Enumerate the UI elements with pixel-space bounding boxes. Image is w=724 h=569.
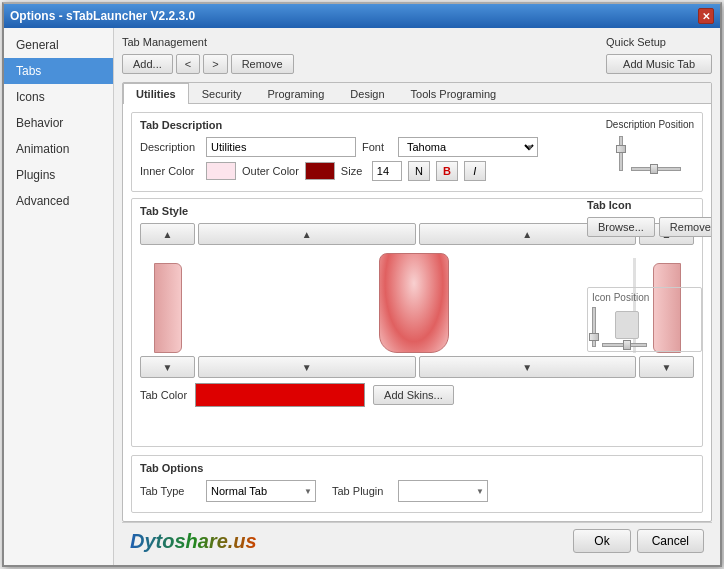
italic-format-button[interactable]: I — [464, 161, 486, 181]
add-skins-button[interactable]: Add Skins... — [373, 385, 454, 405]
tab-options-row: Tab Type Normal Tab Music Tab Browser Ta… — [140, 480, 694, 502]
close-button[interactable]: ✕ — [698, 8, 714, 24]
sidebar-item-plugins[interactable]: Plugins — [4, 162, 113, 188]
tab-plugin-select-wrapper — [398, 480, 488, 502]
desc-position-label: Description Position — [606, 119, 694, 130]
cancel-button[interactable]: Cancel — [637, 529, 704, 553]
arrow-down-4[interactable]: ▼ — [639, 356, 694, 378]
sidebar-item-animation[interactable]: Animation — [4, 136, 113, 162]
icon-thumbnail — [615, 311, 639, 339]
add-music-tab-button[interactable]: Add Music Tab — [606, 54, 712, 74]
window-body: General Tabs Icons Behavior Animation Pl… — [4, 28, 720, 565]
icon-position-label: Icon Position — [592, 292, 697, 303]
next-button[interactable]: > — [203, 54, 227, 74]
tab-icon-panel: Tab Icon Browse... Remove Icon Position — [587, 199, 702, 352]
description-label: Description — [140, 141, 200, 153]
tab-plugin-label: Tab Plugin — [332, 485, 392, 497]
tab-type-label: Tab Type — [140, 485, 200, 497]
tab-programing[interactable]: Programing — [254, 83, 337, 104]
main-window: Options - sTabLauncher V2.2.3.0 ✕ Genera… — [2, 2, 722, 567]
title-bar: Options - sTabLauncher V2.2.3.0 ✕ — [4, 4, 720, 28]
arrow-up-2[interactable]: ▲ — [198, 223, 416, 245]
arrow-up-1[interactable]: ▲ — [140, 223, 195, 245]
tab-utilities[interactable]: Utilities — [123, 83, 189, 104]
inner-color-picker[interactable] — [206, 162, 236, 180]
tab-style-thumb-1 — [154, 263, 182, 353]
normal-format-button[interactable]: N — [408, 161, 430, 181]
font-label: Font — [362, 141, 392, 153]
tab-icon-title: Tab Icon — [587, 199, 702, 211]
tab-management-label: Tab Management — [122, 36, 294, 48]
outer-color-picker[interactable] — [305, 162, 335, 180]
sidebar-item-advanced[interactable]: Advanced — [4, 188, 113, 214]
outer-color-label: Outer Color — [242, 165, 299, 177]
tab-color-row: Tab Color Add Skins... — [140, 383, 694, 407]
quick-setup: Quick Setup Add Music Tab — [606, 36, 712, 74]
sidebar-item-general[interactable]: General — [4, 32, 113, 58]
horizontal-position-slider[interactable] — [631, 149, 681, 171]
size-input[interactable] — [372, 161, 402, 181]
tab-style-section: Tab Style ▲ ▲ ▲ ▲ — [131, 198, 703, 447]
remove-icon-button[interactable]: Remove — [659, 217, 711, 237]
preview-col-2 — [198, 248, 629, 353]
tab-plugin-select[interactable] — [398, 480, 488, 502]
tab-color-picker[interactable] — [195, 383, 365, 407]
arrow-down-1[interactable]: ▼ — [140, 356, 195, 378]
bottom-bar: Dytoshare.us Ok Cancel — [122, 522, 712, 557]
sidebar: General Tabs Icons Behavior Animation Pl… — [4, 28, 114, 565]
position-sliders — [619, 136, 681, 171]
main-content: Tab Management Add... < > Remove Quick S… — [114, 28, 720, 565]
brand: Dytoshare.us — [130, 530, 257, 553]
tab-icon-buttons: Browse... Remove — [587, 217, 702, 237]
tab-management-buttons: Add... < > Remove — [122, 54, 294, 74]
remove-button[interactable]: Remove — [231, 54, 294, 74]
preview-col-1 — [140, 248, 195, 353]
inner-color-label: Inner Color — [140, 165, 200, 177]
bold-format-button[interactable]: B — [436, 161, 458, 181]
tab-color-label: Tab Color — [140, 389, 187, 401]
tab-security[interactable]: Security — [189, 83, 255, 104]
desc-position-panel: Description Position — [606, 119, 694, 171]
font-select-wrapper: Tahoma Arial Segoe UI — [398, 137, 538, 157]
tab-options-section: Tab Options Tab Type Normal Tab Music Ta… — [131, 455, 703, 513]
sidebar-item-tabs[interactable]: Tabs — [4, 58, 113, 84]
tab-design[interactable]: Design — [337, 83, 397, 104]
arrow-down-2[interactable]: ▼ — [198, 356, 416, 378]
sidebar-item-icons[interactable]: Icons — [4, 84, 113, 110]
browse-icon-button[interactable]: Browse... — [587, 217, 655, 237]
icon-horiz-area — [602, 311, 647, 347]
icon-pos-area — [592, 307, 697, 347]
icon-vertical-slider[interactable] — [592, 307, 596, 347]
tab-management: Tab Management Add... < > Remove — [122, 36, 294, 74]
description-input[interactable] — [206, 137, 356, 157]
quick-setup-label: Quick Setup — [606, 36, 712, 48]
content-panel: Utilities Security Programing Design Too… — [122, 82, 712, 522]
icon-horizontal-slider[interactable] — [602, 343, 647, 347]
vertical-position-slider[interactable] — [619, 136, 623, 171]
tab-type-select-wrapper: Normal Tab Music Tab Browser Tab — [206, 480, 316, 502]
tab-description-section: Tab Description Description Font Tahoma … — [131, 112, 703, 192]
icon-position-box: Icon Position — [587, 287, 702, 352]
tab-type-select[interactable]: Normal Tab Music Tab Browser Tab — [206, 480, 316, 502]
tab-tools[interactable]: Tools Programing — [398, 83, 510, 104]
font-select[interactable]: Tahoma Arial Segoe UI — [398, 137, 538, 157]
arrow-down-3[interactable]: ▼ — [419, 356, 637, 378]
size-label: Size — [341, 165, 366, 177]
sidebar-item-behavior[interactable]: Behavior — [4, 110, 113, 136]
panel-body: Tab Description Description Font Tahoma … — [123, 104, 711, 521]
prev-button[interactable]: < — [176, 54, 200, 74]
add-button[interactable]: Add... — [122, 54, 173, 74]
sub-tabs: Utilities Security Programing Design Too… — [123, 83, 711, 104]
bottom-buttons: Ok Cancel — [573, 529, 704, 553]
window-title: Options - sTabLauncher V2.2.3.0 — [10, 9, 195, 23]
tab-style-thumb-2 — [379, 253, 449, 353]
tab-options-title: Tab Options — [140, 462, 694, 474]
down-arrows-row: ▼ ▼ ▼ ▼ — [140, 356, 694, 378]
ok-button[interactable]: Ok — [573, 529, 630, 553]
top-bar: Tab Management Add... < > Remove Quick S… — [122, 36, 712, 74]
